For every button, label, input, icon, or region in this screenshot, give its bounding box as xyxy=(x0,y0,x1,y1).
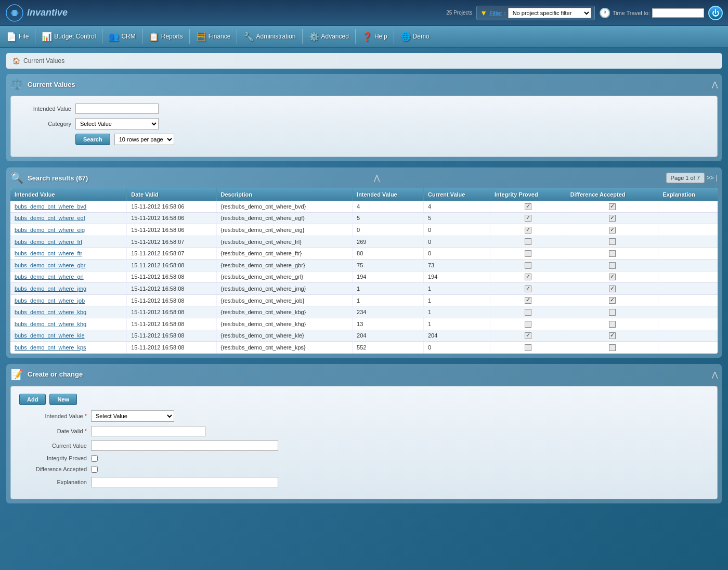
filter-select[interactable]: No project specific filter xyxy=(508,8,591,18)
cell-iv: 1 xyxy=(353,294,424,306)
power-button[interactable]: ⏻ xyxy=(708,6,723,20)
create-diff-checkbox[interactable] xyxy=(91,466,98,473)
sidebar-item-finance[interactable]: 🧮 Finance xyxy=(192,28,235,45)
sidebar-item-reports[interactable]: 📋 Reports xyxy=(145,28,187,45)
checkbox-unchecked xyxy=(525,262,531,269)
checkbox-unchecked xyxy=(525,344,531,351)
table-row: bubs_demo_cnt_where_gbr 15-11-2012 16:58… xyxy=(10,259,718,271)
cell-diff xyxy=(566,330,658,342)
cell-iv: 75 xyxy=(353,259,424,271)
add-button[interactable]: Add xyxy=(19,394,46,405)
sidebar-item-file[interactable]: 📄 File xyxy=(2,28,33,45)
cell-intended: bubs_demo_cnt_where_ftr xyxy=(10,248,127,260)
sidebar-item-advanced[interactable]: ⚙️ Advanced xyxy=(305,28,353,45)
time-travel-label: Time Travel to: xyxy=(613,10,650,16)
cell-iv: 269 xyxy=(353,236,424,248)
cell-diff xyxy=(566,212,658,224)
sidebar-item-demo[interactable]: 🌐 Demo xyxy=(396,28,434,45)
logo-text: invantive xyxy=(27,7,68,18)
rows-per-page-select[interactable]: 10 rows per page 25 rows per page 50 row… xyxy=(114,134,174,145)
create-date-valid-input[interactable] xyxy=(91,426,205,436)
create-explanation-input[interactable] xyxy=(91,477,278,487)
col-difference-accepted: Difference Accepted xyxy=(566,188,658,201)
cell-date: 15-11-2012 16:58:07 xyxy=(127,248,216,260)
intended-value-input[interactable] xyxy=(75,103,159,114)
cell-cv: 1 xyxy=(423,283,490,295)
intended-value-link[interactable]: bubs_demo_cnt_where_gbr xyxy=(15,262,85,268)
pagination-next[interactable]: >> xyxy=(707,174,714,182)
cell-desc: {res:bubs_demo_cnt_where_khg} xyxy=(216,318,353,330)
help-icon: ❓ xyxy=(362,32,372,42)
search-collapse-btn[interactable]: ⋀ xyxy=(712,80,718,88)
cell-exp xyxy=(658,236,718,248)
cell-integrity xyxy=(490,271,566,283)
cell-cv: 0 xyxy=(423,248,490,260)
nav-divider-8 xyxy=(394,29,394,44)
intended-value-link[interactable]: bubs_demo_cnt_where_khg xyxy=(15,321,86,327)
time-travel-input[interactable] xyxy=(652,8,704,18)
intended-value-link[interactable]: bubs_demo_cnt_where_eig xyxy=(15,227,85,233)
cell-intended: bubs_demo_cnt_where_jmg xyxy=(10,283,127,295)
nav-label-advanced: Advanced xyxy=(321,33,349,40)
sidebar-item-budget-control[interactable]: 📊 Budget Control xyxy=(37,28,100,45)
intended-value-link[interactable]: bubs_demo_cnt_where_job xyxy=(15,297,85,304)
pagination-last[interactable]: | xyxy=(716,174,718,182)
intended-value-link[interactable]: bubs_demo_cnt_where_kle xyxy=(15,332,85,339)
cell-desc: {res:bubs_demo_cnt_where_bvd} xyxy=(216,201,353,212)
table-row: bubs_demo_cnt_where_kbg 15-11-2012 16:58… xyxy=(10,306,718,318)
intended-value-link[interactable]: bubs_demo_cnt_where_bvd xyxy=(15,203,86,210)
results-panel: 🔍 Search results (67) ⋀ Page 1 of 7 >> |… xyxy=(6,167,722,358)
cell-integrity xyxy=(490,248,566,260)
cell-date: 15-11-2012 16:58:08 xyxy=(127,342,216,354)
cell-desc: {res:bubs_demo_cnt_where_job} xyxy=(216,294,353,306)
intended-value-link[interactable]: bubs_demo_cnt_where_ftr xyxy=(15,250,82,256)
intended-value-label: Intended Value xyxy=(19,106,71,112)
create-integrity-checkbox[interactable] xyxy=(91,455,98,462)
top-right-area: 25 Projects ▼ Filter : No project specif… xyxy=(446,6,723,20)
sidebar-item-administration[interactable]: 🔧 Administration xyxy=(239,28,300,45)
cell-date: 15-11-2012 16:58:08 xyxy=(127,294,216,306)
cell-exp xyxy=(658,259,718,271)
checkbox-checked xyxy=(609,274,616,280)
create-icon: 📝 xyxy=(10,368,23,381)
cell-exp xyxy=(658,318,718,330)
create-panel-header: 📝 Create or change ⋀ xyxy=(10,368,718,381)
cell-desc: {res:bubs_demo_cnt_where_kps} xyxy=(216,342,353,354)
intended-value-link[interactable]: bubs_demo_cnt_where_jmg xyxy=(15,286,86,292)
results-collapse-btn[interactable]: ⋀ xyxy=(374,174,380,182)
category-select[interactable]: Select Value xyxy=(75,118,159,129)
pagination-area: Page 1 of 7 >> | xyxy=(666,173,718,183)
create-current-value-input[interactable] xyxy=(91,441,278,451)
required-star-iv: * xyxy=(85,413,87,419)
cell-intended: bubs_demo_cnt_where_gbr xyxy=(10,259,127,271)
intended-value-link[interactable]: bubs_demo_cnt_where_kbg xyxy=(15,309,86,315)
filter-link[interactable]: Filter xyxy=(489,10,502,16)
intended-value-link[interactable]: bubs_demo_cnt_where_frl xyxy=(15,239,82,245)
table-row: bubs_demo_cnt_where_kle 15-11-2012 16:58… xyxy=(10,330,718,342)
create-collapse-btn[interactable]: ⋀ xyxy=(712,370,718,379)
nav-label-budget: Budget Control xyxy=(54,33,96,40)
new-button[interactable]: New xyxy=(49,394,77,405)
sidebar-item-crm[interactable]: 👥 CRM xyxy=(105,28,139,45)
intended-value-link[interactable]: bubs_demo_cnt_where_egf xyxy=(15,215,85,221)
checkbox-checked xyxy=(525,286,531,292)
nav-label-file: File xyxy=(19,33,29,40)
intended-value-link[interactable]: bubs_demo_cnt_where_kps xyxy=(15,344,86,351)
cell-desc: {res:bubs_demo_cnt_where_grl} xyxy=(216,271,353,283)
nav-label-crm: CRM xyxy=(121,33,135,40)
cell-intended: bubs_demo_cnt_where_bvd xyxy=(10,201,127,212)
search-button[interactable]: Search xyxy=(75,134,110,145)
cell-cv: 0 xyxy=(423,236,490,248)
cell-intended: bubs_demo_cnt_where_job xyxy=(10,294,127,306)
sidebar-item-help[interactable]: ❓ Help xyxy=(358,28,392,45)
table-row: bubs_demo_cnt_where_jmg 15-11-2012 16:58… xyxy=(10,283,718,295)
results-title: Search results (67) xyxy=(28,174,88,182)
search-panel-header: ⚖️ Current Values ⋀ xyxy=(10,78,718,90)
table-header-row: Intended Value Date Valid Description In… xyxy=(10,188,718,201)
create-intended-value-select[interactable]: Select Value xyxy=(91,410,174,422)
cell-date: 15-11-2012 16:58:06 xyxy=(127,201,216,212)
intended-value-link[interactable]: bubs_demo_cnt_where_grl xyxy=(15,274,84,280)
cell-exp xyxy=(658,224,718,236)
search-action-row: Search 10 rows per page 25 rows per page… xyxy=(19,134,709,145)
cell-cv: 73 xyxy=(423,259,490,271)
